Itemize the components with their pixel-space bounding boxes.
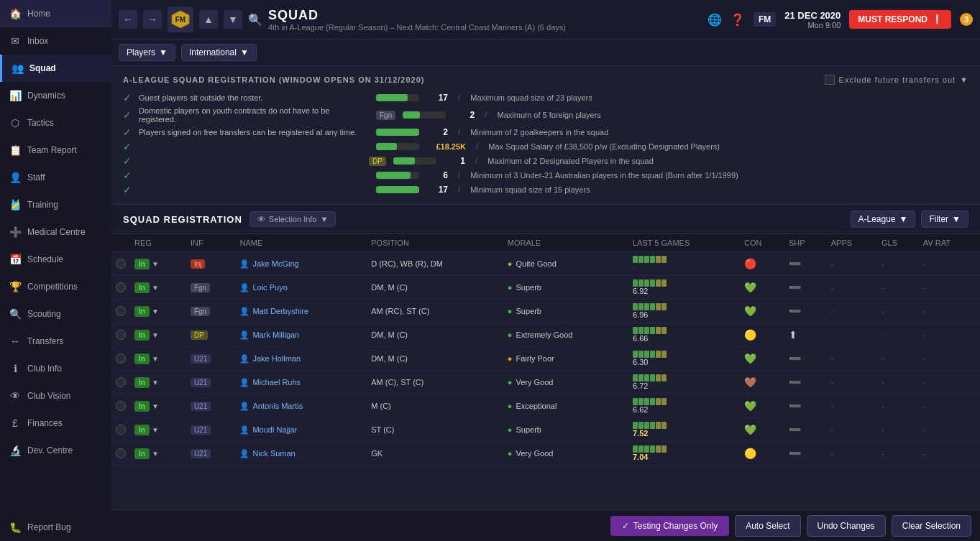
inf-cell: U21	[186, 442, 236, 466]
exclude-future-transfers[interactable]: Exclude future transfers out ▼	[825, 75, 968, 85]
filter-button[interactable]: Filter ▼	[921, 211, 968, 228]
reg-current-7: 17	[426, 185, 448, 195]
player-name[interactable]: Loic Puyo	[252, 283, 287, 292]
sidebar-item-schedule[interactable]: 📅 Schedule	[0, 246, 111, 273]
mini-bar	[633, 374, 638, 382]
sidebar-item-dynamics[interactable]: 📊 Dynamics	[0, 82, 111, 109]
row-select[interactable]	[111, 323, 130, 347]
forward-button[interactable]: →	[143, 10, 162, 29]
sidebar-item-finances[interactable]: £ Finances	[0, 410, 111, 437]
current-date: 21 DEC 2020	[784, 10, 841, 21]
player-name[interactable]: Michael Ruhs	[252, 378, 301, 387]
squad-nav-down[interactable]: ▼	[224, 10, 242, 29]
players-filter[interactable]: Players ▼	[119, 44, 175, 61]
sidebar-item-competitions[interactable]: 🏆 Competitions	[0, 273, 111, 300]
mini-bar	[656, 279, 661, 287]
sidebar-item-staff[interactable]: 👤 Staff	[0, 164, 111, 191]
reg-dropdown-arrow[interactable]: ▼	[152, 379, 159, 387]
sidebar-item-inbox[interactable]: ✉ Inbox	[0, 27, 111, 55]
player-name[interactable]: Mark Milligan	[252, 330, 299, 339]
sidebar-item-home[interactable]: 🏠 Home	[0, 0, 111, 27]
exclude-checkbox-box[interactable]	[825, 75, 835, 85]
row-select[interactable]	[111, 371, 130, 394]
sidebar-label-dynamics: Dynamics	[27, 91, 65, 101]
international-filter[interactable]: International ▼	[181, 44, 257, 61]
row-select[interactable]	[111, 394, 130, 418]
sidebar-item-team-report[interactable]: 📋 Team Report	[0, 137, 111, 164]
shp-icon: ➖	[789, 305, 801, 317]
reg-dropdown-arrow[interactable]: ▼	[152, 284, 159, 292]
player-name[interactable]: Jake McGing	[252, 259, 298, 268]
chevron-icon: ▼	[320, 215, 328, 223]
reg-dropdown-arrow[interactable]: ▼	[152, 402, 159, 410]
morale-cell: ●Extremely Good	[503, 323, 628, 347]
mini-bar	[656, 374, 661, 382]
reg-rule-text-7: Minimum squad size of 15 players	[470, 185, 590, 194]
notification-badge[interactable]: 3	[960, 13, 973, 26]
reg-dropdown-arrow[interactable]: ▼	[152, 308, 159, 315]
sidebar-item-scouting[interactable]: 🔍 Scouting	[0, 300, 111, 328]
sidebar-label-schedule: Schedule	[27, 254, 63, 264]
gls-cell: -	[877, 347, 919, 371]
globe-button[interactable]: 🌐	[707, 13, 722, 27]
reg-dropdown-arrow[interactable]: ▼	[152, 355, 159, 363]
sidebar-item-squad[interactable]: 👥 Squad	[0, 55, 111, 82]
player-name[interactable]: Jake Hollman	[252, 354, 301, 363]
help-button[interactable]: ❓	[731, 13, 745, 27]
rating-value: 6.66	[633, 334, 648, 343]
squad-nav-up[interactable]: ▲	[199, 10, 218, 29]
in-badge: In	[134, 306, 150, 317]
shp-cell: ➖	[784, 442, 827, 466]
gls-cell: -	[877, 252, 919, 276]
gls-cell: -	[877, 323, 919, 347]
sidebar-item-tactics[interactable]: ⬡ Tactics	[0, 109, 111, 137]
row-select[interactable]	[111, 347, 130, 371]
selection-info-button[interactable]: 👁 Selection Info ▼	[249, 211, 336, 227]
reg-rule-text-5: Maximum of 2 Designated Players in the s…	[487, 157, 654, 165]
apps-value: -	[831, 259, 834, 268]
row-select[interactable]	[111, 252, 130, 276]
player-name[interactable]: Matt Derbyshire	[252, 307, 308, 315]
row-select[interactable]	[111, 276, 130, 300]
reg-dropdown-arrow[interactable]: ▼	[152, 426, 159, 434]
sidebar-item-transfers[interactable]: ↔ Transfers	[0, 328, 111, 355]
apps-value: -	[831, 283, 834, 292]
reg-dropdown-arrow[interactable]: ▼	[152, 260, 159, 268]
sidebar-item-dev-centre[interactable]: 🔬 Dev. Centre	[0, 437, 111, 464]
avrat-cell: -	[919, 418, 980, 442]
row-select[interactable]	[111, 300, 130, 323]
sidebar-item-medical[interactable]: ➕ Medical Centre	[0, 218, 111, 246]
morale-cell: ●Superb	[503, 418, 628, 442]
reg-cell: In ▼	[130, 347, 186, 371]
player-name[interactable]: Antonis Martis	[252, 402, 303, 410]
morale-cell: ●Superb	[503, 300, 628, 323]
sidebar-item-club-vision[interactable]: 👁 Club Vision	[0, 382, 111, 410]
player-name[interactable]: Nick Suman	[252, 449, 295, 458]
sidebar-item-club-info[interactable]: ℹ Club Info	[0, 355, 111, 382]
league-filter-dropdown[interactable]: A-League ▼	[851, 211, 916, 228]
gls-cell: -	[877, 442, 919, 466]
morale-cell: ●Exceptional	[503, 394, 628, 418]
row-select[interactable]	[111, 418, 130, 442]
last5-cell: 7.52	[628, 418, 740, 442]
reg-dropdown-arrow[interactable]: ▼	[152, 331, 159, 339]
mini-bar	[656, 327, 661, 334]
auto-select-button[interactable]: Auto Select	[735, 515, 800, 537]
clear-selection-button[interactable]: Clear Selection	[892, 515, 971, 537]
apps-cell: -	[827, 300, 877, 323]
testing-changes-button[interactable]: ✓ Testing Changes Only	[610, 516, 729, 536]
mini-bar	[638, 327, 644, 334]
must-respond-button[interactable]: MUST RESPOND ❕	[849, 10, 951, 29]
sidebar-item-report-bug[interactable]: 🐛 Report Bug	[0, 514, 111, 541]
undo-changes-button[interactable]: Undo Changes	[807, 515, 886, 537]
apps-cell: -	[827, 371, 877, 394]
back-button[interactable]: ←	[119, 10, 137, 29]
row-select[interactable]	[111, 442, 130, 466]
last5-cell: -	[628, 252, 740, 276]
morale-icon: ●	[508, 330, 513, 339]
sidebar-item-training[interactable]: 🎽 Training	[0, 191, 111, 218]
name-cell: 👤Matt Derbyshire	[235, 300, 367, 323]
player-name[interactable]: Moudi Najjar	[252, 425, 297, 434]
reg-dropdown-arrow[interactable]: ▼	[152, 450, 159, 458]
apps-value: -	[831, 330, 834, 339]
